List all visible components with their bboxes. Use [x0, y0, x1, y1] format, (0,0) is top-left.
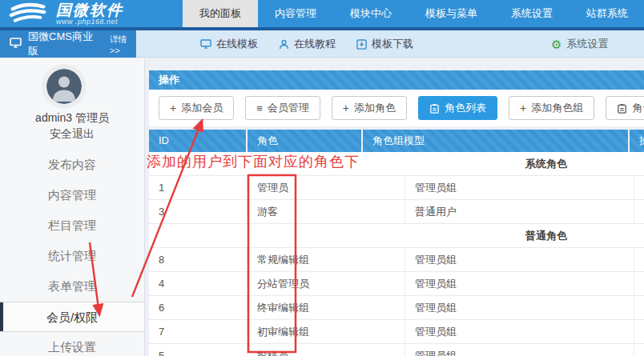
sidebar-item-6[interactable]: 会员/权限	[0, 302, 144, 332]
cell-group: 管理员组	[405, 176, 634, 199]
brand-url: www .php168.net	[56, 18, 123, 26]
sidebar: admin3 管理员 安全退出 发布内容内容管理栏目管理统计管理表单管理会员/权…	[0, 58, 145, 356]
cell-id: 6	[149, 296, 248, 319]
sidebar-menu: 发布内容内容管理栏目管理统计管理表单管理会员/权限上传设置	[0, 150, 144, 356]
button-label: 会员管理	[268, 101, 309, 115]
column-header-2: 角色	[248, 130, 363, 152]
system-settings-button[interactable]: ⚙ 系统设置	[551, 30, 608, 58]
cell-role: 管理员	[248, 176, 405, 199]
cell-role: 投稿员	[248, 344, 405, 356]
user-name: admin3 管理员	[0, 111, 144, 126]
cell-id: 1	[149, 176, 248, 199]
product-badge[interactable]: 国微CMS商业版 详情>>	[0, 30, 136, 58]
table-row: 6终审编辑组管理员组	[149, 296, 644, 320]
nav-tab-4[interactable]: 模板与菜单	[409, 0, 494, 27]
top-bar: 国微软件 www .php168.net 我的面板内容管理模块中心模板与菜单系统…	[0, 0, 644, 30]
cell-role: 终审编辑组	[248, 296, 405, 319]
cell-id: 7	[149, 320, 248, 343]
clipboard-icon	[429, 103, 440, 114]
action-button-6[interactable]: 角色组列表	[606, 96, 644, 120]
table-row: 5投稿员管理员组	[149, 344, 644, 356]
nav-tab-5[interactable]: 系统设置	[494, 0, 570, 27]
person-icon	[279, 39, 289, 50]
sub-bar: 国微CMS商业版 详情>> 在线模板在线教程模板下载 ⚙ 系统设置	[0, 30, 644, 58]
column-header-3: 角色组模型	[363, 130, 630, 152]
product-details-link[interactable]: 详情>>	[110, 34, 136, 55]
avatar[interactable]	[46, 69, 82, 104]
cell-role: 初审编辑组	[248, 320, 405, 343]
table-header: ID角色角色组模型操作	[149, 130, 644, 152]
cell-actions	[634, 344, 644, 356]
panel-buttons: +添加会员≡会员管理+添加角色角色列表+添加角色组角色组列表更新缓存	[149, 90, 644, 126]
sub-link-1[interactable]: 在线模板	[200, 37, 258, 51]
cell-actions	[634, 176, 644, 199]
sub-link-label: 在线教程	[294, 37, 336, 51]
column-header-1: ID	[149, 130, 248, 152]
cell-actions	[634, 320, 644, 343]
table-row: 7初审编辑组管理员组	[149, 320, 644, 344]
sidebar-item-5[interactable]: 表单管理	[0, 271, 144, 302]
sidebar-item-7[interactable]: 上传设置	[0, 332, 144, 356]
nav-tab-2[interactable]: 内容管理	[258, 0, 333, 27]
operations-panel: 操作 +添加会员≡会员管理+添加角色角色列表+添加角色组角色组列表更新缓存	[149, 70, 644, 126]
waves-logo-icon	[8, 2, 50, 26]
cell-id: 5	[149, 344, 248, 356]
sidebar-item-3[interactable]: 栏目管理	[0, 210, 144, 241]
cell-id: 4	[149, 272, 248, 295]
list-icon: ≡	[256, 103, 263, 114]
action-button-4[interactable]: 角色列表	[418, 96, 497, 120]
cell-actions	[634, 248, 644, 271]
cell-group: 普通用户	[405, 200, 634, 223]
group-row: 系统角色	[149, 152, 644, 176]
table-row: 8常规编辑组管理员组	[149, 248, 644, 272]
cell-group: 管理员组	[405, 320, 634, 343]
sidebar-item-2[interactable]: 内容管理	[0, 180, 144, 210]
action-button-1[interactable]: +添加会员	[159, 96, 234, 120]
cell-actions	[634, 200, 644, 223]
plus-icon: +	[520, 102, 526, 114]
table-row: 3游客普通用户	[149, 200, 644, 224]
button-label: 角色组列表	[632, 101, 644, 115]
monitor-icon	[10, 38, 22, 50]
button-label: 添加角色	[354, 101, 396, 115]
button-label: 角色列表	[445, 101, 486, 115]
nav-tab-6[interactable]: 站群系统	[570, 0, 644, 27]
sub-link-2[interactable]: 在线教程	[279, 37, 336, 51]
panel-title: 操作	[149, 70, 644, 90]
sub-link-3[interactable]: 模板下载	[356, 37, 413, 51]
sub-link-label: 在线模板	[216, 37, 258, 51]
button-label: 添加角色组	[531, 101, 583, 115]
table-row: 4分站管理员管理员组	[149, 272, 644, 296]
sub-links: 在线模板在线教程模板下载	[200, 30, 413, 58]
top-nav: 我的面板内容管理模块中心模板与菜单系统设置站群系统问答系统	[183, 0, 644, 27]
sidebar-item-4[interactable]: 统计管理	[0, 241, 144, 271]
cell-id: 3	[149, 200, 248, 223]
product-name: 国微CMS商业版	[28, 30, 100, 58]
cell-role: 游客	[248, 200, 405, 223]
action-button-3[interactable]: +添加角色	[332, 96, 407, 120]
monitor-icon	[200, 39, 211, 49]
sub-link-label: 模板下载	[372, 37, 413, 51]
table-row: 1管理员管理员组	[149, 176, 644, 200]
download-icon	[356, 39, 367, 50]
cell-group: 管理员组	[405, 344, 634, 356]
table-body: 系统角色1管理员管理员组3游客普通用户普通角色8常规编辑组管理员组4分站管理员管…	[149, 152, 644, 356]
system-settings-label: 系统设置	[566, 37, 608, 51]
role-table: ID角色角色组模型操作 系统角色1管理员管理员组3游客普通用户普通角色8常规编辑…	[149, 130, 644, 356]
plus-icon: +	[170, 102, 176, 114]
action-button-2[interactable]: ≡会员管理	[245, 96, 320, 120]
nav-tab-3[interactable]: 模块中心	[333, 0, 409, 27]
column-header-4: 操作	[630, 130, 644, 152]
brand-logo: 国微软件 www .php168.net	[8, 2, 123, 26]
action-button-5[interactable]: +添加角色组	[509, 96, 594, 120]
logout-link[interactable]: 安全退出	[0, 127, 144, 142]
cell-role: 分站管理员	[248, 272, 405, 295]
cell-actions	[634, 272, 644, 295]
cell-id: 8	[149, 248, 248, 271]
cell-group: 管理员组	[405, 248, 634, 271]
sidebar-item-1[interactable]: 发布内容	[0, 150, 144, 180]
plus-icon: +	[343, 102, 349, 114]
clipboard-icon	[617, 103, 627, 114]
nav-tab-1[interactable]: 我的面板	[183, 0, 258, 27]
button-label: 添加会员	[181, 101, 223, 115]
